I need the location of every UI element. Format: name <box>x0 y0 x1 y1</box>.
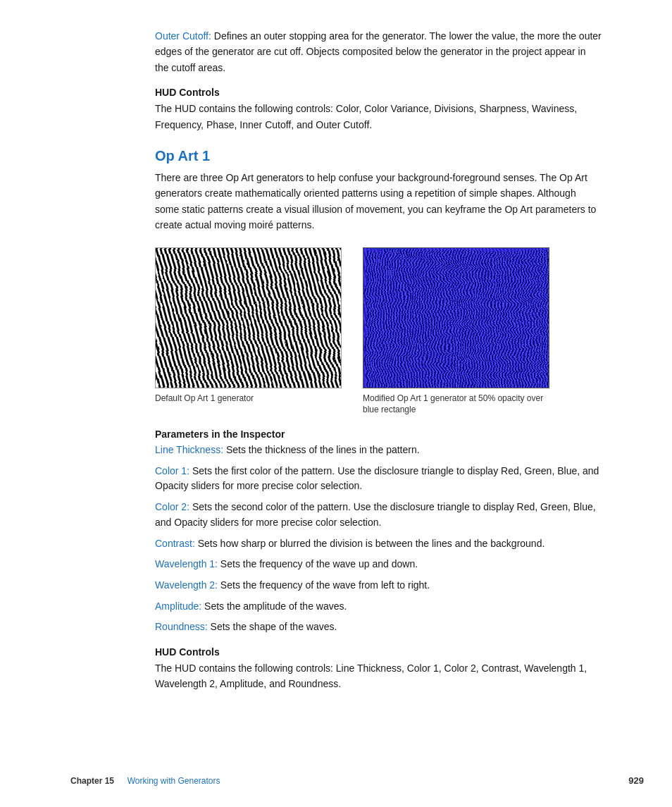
outer-cutoff-label: Outer Cutoff: <box>155 30 211 42</box>
amplitude-label: Amplitude: <box>155 600 201 612</box>
wavelength1-label: Wavelength 1: <box>155 558 218 569</box>
contrast-param: Contrast: Sets how sharp or blurred the … <box>155 536 602 552</box>
line-thickness-text: Sets the thickness of the lines in the p… <box>223 444 420 455</box>
footer-chapter-link: Working with Generators <box>127 776 220 786</box>
color1-text: Sets the first color of the pattern. Use… <box>155 465 599 492</box>
roundness-text: Sets the shape of the waves. <box>208 621 337 632</box>
image-2-caption: Modified Op Art 1 generator at 50% opaci… <box>363 393 546 417</box>
hud-controls-2-heading: HUD Controls <box>155 646 602 658</box>
page: Outer Cutoff: Defines an outer stopping … <box>0 0 672 807</box>
color1-label: Color 1: <box>155 465 189 476</box>
op-art-1-title: Op Art 1 <box>155 148 602 164</box>
line-thickness-param: Line Thickness: Sets the thickness of th… <box>155 443 602 458</box>
footer-chapter-label: Chapter 15 <box>70 776 114 786</box>
wavelength2-param: Wavelength 2: Sets the frequency of the … <box>155 578 602 593</box>
image-1-container: /* wavy lines drawn via JS below */ Defa… <box>155 247 342 405</box>
image-2-container: Modified Op Art 1 generator at 50% opaci… <box>363 247 549 417</box>
image-1-caption: Default Op Art 1 generator <box>155 393 338 405</box>
wavelength2-text: Sets the frequency of the wave from left… <box>218 579 430 591</box>
line-thickness-label: Line Thickness: <box>155 444 223 455</box>
opart-image-2 <box>363 247 549 388</box>
color2-param: Color 2: Sets the second color of the pa… <box>155 500 602 530</box>
opart-svg-2 <box>363 248 549 388</box>
op-art-intro: There are three Op Art generators to hel… <box>155 170 602 233</box>
outer-cutoff-paragraph: Outer Cutoff: Defines an outer stopping … <box>155 28 602 75</box>
wavelength2-label: Wavelength 2: <box>155 579 218 591</box>
wavelength1-text: Sets the frequency of the wave up and do… <box>218 558 418 569</box>
wavelength1-param: Wavelength 1: Sets the frequency of the … <box>155 557 602 572</box>
footer: Chapter 15 Working with Generators 929 <box>0 775 672 786</box>
footer-left: Chapter 15 Working with Generators <box>70 776 220 786</box>
opart-svg-1: /* wavy lines drawn via JS below */ <box>156 248 342 388</box>
contrast-text: Sets how sharp or blurred the division i… <box>195 538 545 549</box>
footer-separator <box>118 776 123 786</box>
roundness-param: Roundness: Sets the shape of the waves. <box>155 620 602 635</box>
content-area: Outer Cutoff: Defines an outer stopping … <box>155 28 602 692</box>
opart-image-1: /* wavy lines drawn via JS below */ <box>155 247 342 388</box>
color2-label: Color 2: <box>155 501 189 512</box>
color2-text: Sets the second color of the pattern. Us… <box>155 501 596 528</box>
amplitude-param: Amplitude: Sets the amplitude of the wav… <box>155 599 602 615</box>
color1-param: Color 1: Sets the first color of the pat… <box>155 464 602 494</box>
roundness-label: Roundness: <box>155 621 208 632</box>
footer-page-number: 929 <box>628 775 644 786</box>
hud-controls-1-heading: HUD Controls <box>155 87 602 98</box>
outer-cutoff-text: Defines an outer stopping area for the g… <box>155 30 602 73</box>
contrast-label: Contrast: <box>155 538 195 549</box>
images-row: /* wavy lines drawn via JS below */ Defa… <box>155 247 602 417</box>
hud-controls-1-text: The HUD contains the following controls:… <box>155 101 602 133</box>
svg-rect-12 <box>363 248 549 388</box>
parameters-heading: Parameters in the Inspector <box>155 429 602 440</box>
svg-rect-4 <box>156 248 342 388</box>
amplitude-text: Sets the amplitude of the waves. <box>201 600 347 612</box>
hud-controls-2-text: The HUD contains the following controls:… <box>155 660 602 692</box>
